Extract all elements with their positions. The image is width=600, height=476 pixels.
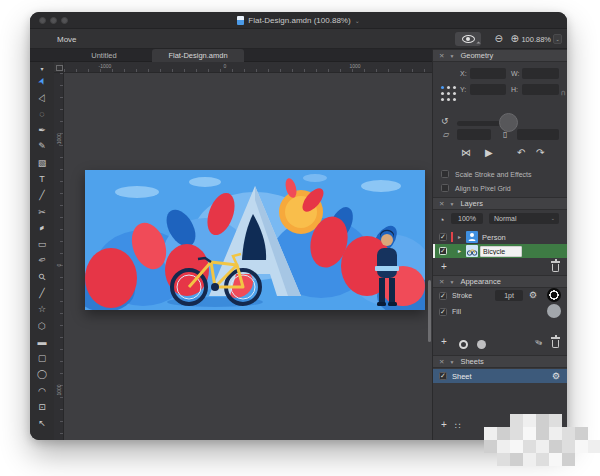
line-tool[interactable]: ╱ xyxy=(30,285,54,301)
sheet-gear-icon[interactable]: ⚙ xyxy=(552,371,560,381)
w-field[interactable] xyxy=(522,68,559,79)
ellipse-tool[interactable]: ◯ xyxy=(30,366,54,382)
stroke-width-field[interactable]: 1pt xyxy=(495,290,523,301)
fill-checkbox[interactable] xyxy=(439,308,447,316)
y-field[interactable] xyxy=(470,84,506,95)
sheets-section-header[interactable]: ✕ ▼ Sheets xyxy=(433,355,567,368)
layer-visibility-checkbox[interactable] xyxy=(439,233,447,241)
canvas-vertical-scrollbar[interactable] xyxy=(428,280,431,342)
flip-vertical-button[interactable]: ▶ xyxy=(485,147,493,158)
stroke-color-swatch[interactable] xyxy=(547,288,561,302)
canvas[interactable] xyxy=(64,73,432,440)
disclosure-icon[interactable]: ▸ xyxy=(458,247,461,254)
toolbar-collapse-icon[interactable]: ▾ xyxy=(30,63,54,73)
x-label: X: xyxy=(460,70,467,77)
geometry-section-header[interactable]: ✕ ▼ Geometry xyxy=(433,49,567,62)
collapse-icon[interactable]: ▼ xyxy=(449,53,454,59)
collapse-icon[interactable]: ▼ xyxy=(449,279,454,285)
zoom-tool[interactable]: ⚲ xyxy=(30,269,54,285)
scissors-tool[interactable]: ✂ xyxy=(30,203,54,219)
fill-style-icon[interactable] xyxy=(477,340,486,349)
close-icon[interactable]: ✕ xyxy=(439,278,444,286)
scale-stroke-checkbox[interactable] xyxy=(441,170,449,178)
text-tool[interactable]: T xyxy=(30,171,54,187)
tab-untitled[interactable]: Untitled xyxy=(60,49,148,62)
rounded-rect-tool[interactable]: ▢ xyxy=(30,350,54,366)
lasso-tool[interactable]: ◌ xyxy=(30,106,54,122)
blend-mode-dropdown[interactable]: Normal ⌄ xyxy=(489,213,559,224)
collapse-icon[interactable]: ▼ xyxy=(449,201,454,207)
opacity-value[interactable]: 100% xyxy=(451,213,483,224)
layer-row-bicycle[interactable]: ▸ xyxy=(433,244,567,258)
add-layer-button[interactable]: + xyxy=(441,261,447,272)
pen-tool[interactable]: ✒ xyxy=(30,122,54,138)
stroke-checkbox[interactable] xyxy=(439,292,447,300)
add-sheet-button[interactable]: + xyxy=(441,419,447,430)
eyedropper-tool[interactable]: ✑ xyxy=(30,252,54,268)
layer-visibility-checkbox[interactable] xyxy=(439,247,447,255)
pencil-tool[interactable]: ✎ xyxy=(30,138,54,154)
delete-appearance-button[interactable] xyxy=(552,340,559,348)
rect-tool[interactable]: ▬ xyxy=(30,334,54,350)
x-field[interactable] xyxy=(470,68,506,79)
v-ruler-label: 1000 xyxy=(56,384,62,396)
layers-section-header[interactable]: ✕ ▼ Layers xyxy=(433,197,567,210)
sheet-name: Sheet xyxy=(452,372,472,381)
slice-tool[interactable]: ▭ xyxy=(30,236,54,252)
align-pixel-grid-checkbox[interactable] xyxy=(441,184,449,192)
eye-dropdown-indicator xyxy=(476,41,480,45)
sheet-grid-icon[interactable]: ∷ xyxy=(455,421,462,431)
add-appearance-button[interactable]: + xyxy=(441,336,447,347)
shear-h-field[interactable] xyxy=(457,129,491,140)
tab-flat-design[interactable]: Flat-Design.amdn xyxy=(152,49,244,62)
stroke-style-icon[interactable] xyxy=(459,340,468,349)
eraser-tool[interactable]: ▰ xyxy=(30,220,54,236)
link-wh-icon[interactable]: ⊂ xyxy=(559,90,567,96)
gear-icon[interactable]: ⚙ xyxy=(529,290,537,300)
fill-color-swatch[interactable] xyxy=(547,304,561,318)
move-tool[interactable]: ➤ xyxy=(30,73,54,89)
layer-color-tag xyxy=(451,232,453,242)
gradient-tool[interactable]: ▧ xyxy=(30,154,54,170)
selection-tool[interactable]: ▷ xyxy=(30,89,54,105)
rotate-ccw-button[interactable]: ↶ xyxy=(517,147,525,158)
anchor-point-grid[interactable] xyxy=(441,86,444,89)
ruler-origin-box[interactable] xyxy=(54,62,64,73)
scale-stroke-label: Scale Stroke and Effects xyxy=(455,171,532,178)
star-tool[interactable]: ☆ xyxy=(30,301,54,317)
brush-icon[interactable]: ✐ xyxy=(534,337,545,349)
h-ruler-label: -1000 xyxy=(99,63,112,69)
appearance-section-header[interactable]: ✕ ▼ Appearance xyxy=(433,275,567,288)
close-icon[interactable]: ✕ xyxy=(439,200,444,208)
zoom-out-button[interactable]: ⊖ xyxy=(495,33,503,45)
sheet-row[interactable]: Sheet ⚙ xyxy=(433,369,567,383)
view-options-button[interactable] xyxy=(455,32,481,46)
layer-row-person[interactable]: ▸ Person xyxy=(433,230,567,244)
close-icon[interactable]: ✕ xyxy=(439,52,444,60)
rotate-cw-button[interactable]: ↷ xyxy=(536,147,544,158)
shear-v-field[interactable] xyxy=(517,129,559,140)
sheet-visibility-checkbox[interactable] xyxy=(439,372,447,380)
knife-tool[interactable]: ╱ xyxy=(30,187,54,203)
artboard-tool[interactable]: ⊡ xyxy=(30,399,54,415)
delete-layer-button[interactable] xyxy=(552,264,559,272)
h-field[interactable] xyxy=(522,84,559,95)
artwork-flat-design[interactable] xyxy=(85,170,425,310)
title-chevron-icon[interactable]: ⌄ xyxy=(355,17,360,24)
zoom-dropdown[interactable]: ⌄ xyxy=(553,34,562,44)
h-ruler-label: 0 xyxy=(224,63,227,69)
flip-horizontal-button[interactable]: ⋈ xyxy=(461,147,471,158)
polygon-tool[interactable]: ⬡ xyxy=(30,317,54,333)
layer-rename-input[interactable] xyxy=(480,246,522,257)
layer-thumbnail-bicycle xyxy=(466,245,478,257)
disclosure-icon[interactable]: ▸ xyxy=(458,233,461,240)
navigate-tool[interactable]: ↖ xyxy=(30,415,54,431)
layer-name[interactable]: Person xyxy=(482,233,506,242)
zoom-in-button[interactable]: ⊕ xyxy=(511,33,519,45)
close-icon[interactable]: ✕ xyxy=(439,358,444,366)
arc-tool[interactable]: ◠ xyxy=(30,383,54,399)
collapse-icon[interactable]: ▼ xyxy=(449,359,454,365)
zoom-level-value[interactable]: 100.88% xyxy=(521,35,551,44)
title-bar[interactable]: Flat-Design.amdn (100.88%) ⌄ xyxy=(30,12,567,29)
rotation-knob[interactable] xyxy=(499,113,518,132)
